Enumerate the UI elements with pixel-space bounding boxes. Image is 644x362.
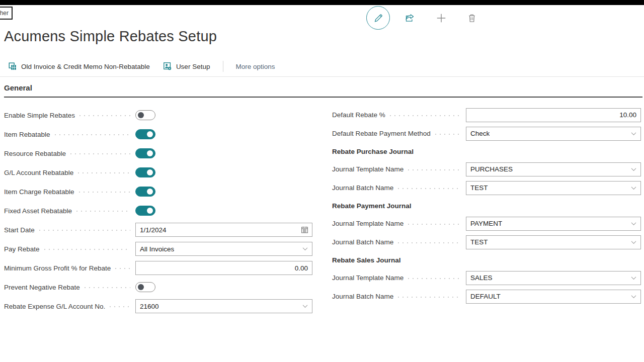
dotted-leader [435, 134, 461, 135]
chevron-down-icon[interactable] [301, 245, 309, 253]
general-section-title[interactable]: General [4, 83, 642, 98]
enable-simple-rebates-toggle[interactable] [135, 110, 155, 120]
field-label: Journal Template Name [332, 165, 404, 173]
dotted-leader [39, 230, 130, 231]
prevent-negative-rebate-toggle[interactable] [135, 282, 155, 292]
dotted-leader [78, 172, 130, 173]
user-gear-icon [163, 62, 172, 71]
chevron-down-icon[interactable] [630, 130, 637, 137]
default-rebate-payment-method-value: Check [470, 130, 490, 137]
chevron-down-icon[interactable] [630, 293, 637, 300]
general-section-header: General [4, 83, 642, 98]
field-label: Start Date [4, 226, 35, 234]
page-root: her [0, 0, 644, 362]
toggle-knob [147, 169, 153, 175]
toggle-knob [147, 150, 153, 156]
chevron-down-icon[interactable] [301, 303, 309, 310]
field-resource-rebatable: Resource Rebatable [4, 144, 312, 163]
action-user-setup[interactable]: User Setup [163, 62, 210, 71]
sales-journal-batch-select[interactable]: DEFAULT [466, 290, 641, 304]
field-label: Journal Template Name [332, 274, 404, 282]
min-gross-profit-value: 0.00 [295, 264, 308, 272]
more-options-button[interactable]: More options [235, 63, 275, 70]
payment-journal-batch-value: TEST [470, 238, 488, 246]
field-gl-account-rebatable: G/L Account Rebatable [4, 163, 312, 182]
edit-button[interactable] [366, 6, 390, 30]
payment-journal-template-select[interactable]: PAYMENT [466, 217, 641, 231]
field-label: Default Rebate Payment Method [332, 130, 431, 137]
delete-button[interactable] [467, 13, 477, 23]
gl-account-rebatable-toggle[interactable] [135, 167, 155, 177]
share-button[interactable] [405, 13, 415, 23]
sales-journal-template-value: SALES [470, 274, 493, 282]
dotted-leader [408, 169, 461, 170]
clipped-nav-chip-label: her [0, 10, 9, 17]
dotted-leader [55, 134, 130, 135]
chevron-down-icon[interactable] [630, 184, 637, 192]
purchase-journal-batch-value: TEST [470, 184, 488, 192]
default-rebate-pct-input[interactable]: 10.00 [466, 108, 641, 122]
toggle-knob [147, 189, 153, 195]
item-rebatable-toggle[interactable] [135, 129, 155, 139]
field-label: Minimum Gross Profit % for Rebate [4, 264, 111, 272]
pay-rebate-select[interactable]: All Invoices [135, 242, 312, 256]
dotted-leader [398, 242, 461, 243]
field-label: Prevent Negative Rebate [4, 284, 80, 291]
field-pay-rebate: Pay Rebate All Invoices [4, 239, 312, 258]
field-prevent-negative-rebate: Prevent Negative Rebate [4, 278, 312, 297]
pencil-icon [373, 13, 384, 24]
dotted-leader [79, 192, 130, 193]
action-old-invoice-credit-memo[interactable]: Old Invoice & Credit Memo Non-Rebatable [8, 62, 150, 71]
field-sales-journal-template: Journal Template Name SALES [332, 268, 641, 287]
field-item-rebatable: Item Rebatable [4, 125, 312, 144]
field-item-charge-rebatable: Item Charge Rebatable [4, 182, 312, 201]
field-enable-simple-rebates: Enable Simple Rebates [4, 106, 312, 125]
resource-rebatable-toggle[interactable] [135, 148, 155, 158]
item-charge-rebatable-toggle[interactable] [135, 187, 155, 197]
payment-journal-batch-select[interactable]: TEST [466, 235, 641, 249]
fields-column-left: Enable Simple Rebates Item Rebatable Res… [4, 106, 312, 316]
action-bar: Old Invoice & Credit Memo Non-Rebatable … [8, 60, 275, 73]
field-label: Item Rebatable [4, 131, 50, 138]
dotted-leader [79, 115, 130, 116]
field-payment-journal-template: Journal Template Name PAYMENT [332, 214, 641, 233]
clipped-nav-chip[interactable]: her [0, 7, 13, 20]
field-label: Journal Template Name [332, 220, 404, 227]
page-action-bar [366, 6, 477, 30]
dotted-leader [110, 306, 130, 307]
action-user-setup-label: User Setup [176, 63, 210, 70]
fixed-asset-rebatable-toggle[interactable] [135, 206, 155, 216]
dotted-leader [408, 224, 461, 225]
field-label: Rebate Expense G/L Account No. [4, 303, 105, 310]
field-label: G/L Account Rebatable [4, 169, 73, 176]
pay-rebate-value: All Invoices [140, 245, 174, 253]
sales-journal-template-select[interactable]: SALES [466, 271, 641, 285]
chevron-down-icon[interactable] [630, 165, 637, 173]
toggle-knob [138, 112, 144, 118]
field-payment-journal-batch: Journal Batch Name TEST [332, 233, 641, 251]
top-black-bar [0, 0, 644, 5]
dotted-leader [76, 211, 130, 212]
dotted-leader [390, 115, 461, 116]
field-purchase-journal-batch: Journal Batch Name TEST [332, 178, 641, 197]
calendar-icon[interactable] [300, 226, 309, 234]
start-date-input[interactable]: 1/1/2024 [135, 223, 312, 237]
default-rebate-payment-method-select[interactable]: Check [466, 127, 641, 141]
new-button[interactable] [436, 13, 447, 24]
rebate-expense-account-value: 21600 [140, 303, 159, 310]
dotted-leader [70, 153, 130, 154]
chevron-down-icon[interactable] [630, 274, 637, 282]
purchase-journal-template-select[interactable]: PURCHASES [466, 162, 641, 176]
field-default-rebate-payment-method: Default Rebate Payment Method Check [332, 124, 641, 143]
min-gross-profit-input[interactable]: 0.00 [135, 261, 312, 275]
field-label: Resource Rebatable [4, 150, 66, 157]
chevron-down-icon[interactable] [630, 220, 637, 227]
purchase-journal-batch-select[interactable]: TEST [466, 181, 641, 195]
sales-journal-batch-value: DEFAULT [470, 293, 501, 300]
rebate-expense-account-select[interactable]: 21600 [135, 299, 312, 313]
page-title: Acumens Simple Rebates Setup [4, 28, 217, 45]
field-sales-journal-batch: Journal Batch Name DEFAULT [332, 287, 641, 306]
group-rebate-sales-journal: Rebate Sales Journal [332, 251, 641, 268]
field-label: Pay Rebate [4, 245, 40, 253]
chevron-down-icon[interactable] [630, 238, 637, 246]
